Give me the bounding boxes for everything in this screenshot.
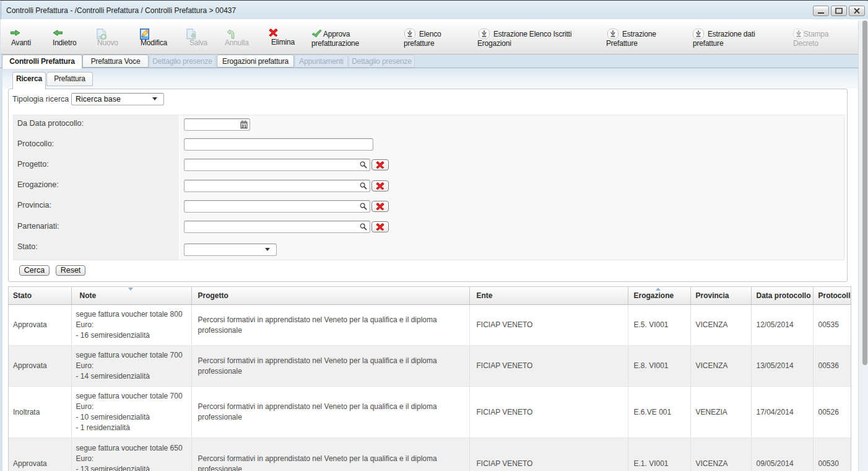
svg-text:31: 31: [241, 123, 246, 129]
